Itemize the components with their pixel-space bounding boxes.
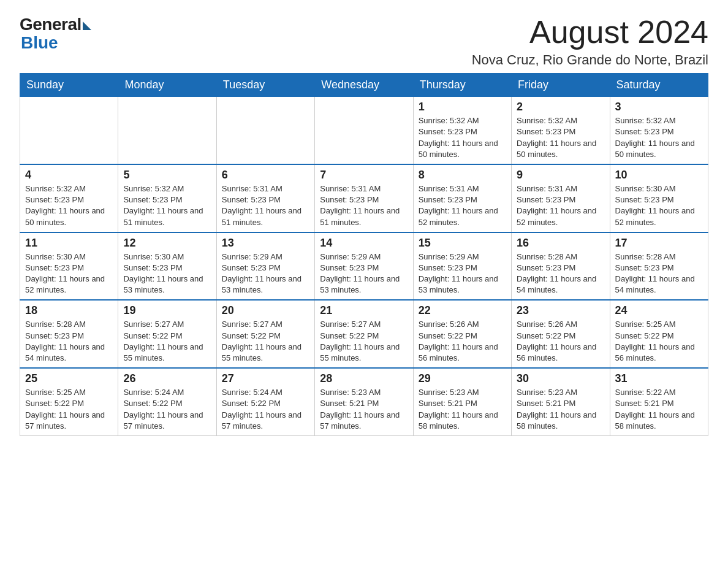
col-thursday: Thursday	[413, 74, 511, 97]
daylight-text: Daylight: 11 hours and 50 minutes.	[517, 139, 596, 159]
sunrise-text: Sunrise: 5:32 AM	[25, 184, 86, 193]
daylight-text: Daylight: 11 hours and 51 minutes.	[123, 206, 203, 226]
daylight-text: Daylight: 11 hours and 56 minutes.	[615, 342, 695, 362]
day-number: 1	[419, 101, 506, 113]
col-wednesday: Wednesday	[315, 74, 413, 97]
table-row: 5Sunrise: 5:32 AMSunset: 5:23 PMDaylight…	[118, 164, 216, 232]
day-number: 23	[517, 304, 604, 317]
table-row: 3Sunrise: 5:32 AMSunset: 5:23 PMDaylight…	[610, 97, 708, 164]
day-number: 7	[320, 169, 408, 182]
sunset-text: Sunset: 5:23 PM	[615, 195, 674, 204]
day-number: 29	[419, 372, 506, 385]
day-info: Sunrise: 5:26 AMSunset: 5:22 PMDaylight:…	[419, 319, 506, 364]
sunset-text: Sunset: 5:23 PM	[222, 195, 281, 204]
sunset-text: Sunset: 5:23 PM	[25, 195, 84, 204]
table-row: 19Sunrise: 5:27 AMSunset: 5:22 PMDayligh…	[118, 300, 216, 368]
daylight-text: Daylight: 11 hours and 51 minutes.	[222, 206, 301, 226]
sunrise-text: Sunrise: 5:31 AM	[517, 184, 577, 193]
daylight-text: Daylight: 11 hours and 57 minutes.	[222, 410, 301, 431]
table-row	[216, 97, 314, 164]
daylight-text: Daylight: 11 hours and 54 minutes.	[517, 274, 596, 294]
day-number: 10	[615, 169, 703, 182]
day-number: 25	[25, 372, 113, 385]
sunrise-text: Sunrise: 5:32 AM	[615, 116, 676, 125]
daylight-text: Daylight: 11 hours and 57 minutes.	[320, 410, 400, 431]
day-number: 19	[123, 304, 211, 317]
table-row: 13Sunrise: 5:29 AMSunset: 5:23 PMDayligh…	[216, 232, 314, 301]
day-info: Sunrise: 5:30 AMSunset: 5:23 PMDaylight:…	[25, 251, 113, 296]
day-info: Sunrise: 5:31 AMSunset: 5:23 PMDaylight:…	[419, 183, 506, 228]
sunrise-text: Sunrise: 5:26 AM	[419, 320, 479, 329]
location-subtitle: Nova Cruz, Rio Grande do Norte, Brazil	[472, 52, 708, 68]
sunrise-text: Sunrise: 5:30 AM	[615, 184, 676, 193]
sunrise-text: Sunrise: 5:30 AM	[25, 252, 86, 261]
daylight-text: Daylight: 11 hours and 54 minutes.	[615, 274, 695, 294]
day-number: 4	[25, 169, 113, 182]
sunset-text: Sunset: 5:22 PM	[222, 399, 281, 408]
daylight-text: Daylight: 11 hours and 56 minutes.	[517, 342, 596, 362]
table-row: 7Sunrise: 5:31 AMSunset: 5:23 PMDaylight…	[315, 164, 413, 232]
sunset-text: Sunset: 5:23 PM	[123, 195, 182, 204]
day-info: Sunrise: 5:23 AMSunset: 5:21 PMDaylight:…	[320, 387, 408, 432]
day-info: Sunrise: 5:24 AMSunset: 5:22 PMDaylight:…	[123, 387, 211, 432]
table-row: 8Sunrise: 5:31 AMSunset: 5:23 PMDaylight…	[413, 164, 511, 232]
calendar-table: Sunday Monday Tuesday Wednesday Thursday…	[20, 73, 708, 436]
day-info: Sunrise: 5:28 AMSunset: 5:23 PMDaylight:…	[517, 251, 604, 296]
table-row: 21Sunrise: 5:27 AMSunset: 5:22 PMDayligh…	[315, 300, 413, 368]
day-number: 14	[320, 237, 408, 250]
day-number: 28	[320, 372, 408, 385]
daylight-text: Daylight: 11 hours and 52 minutes.	[419, 206, 498, 226]
sunrise-text: Sunrise: 5:24 AM	[222, 388, 282, 397]
day-info: Sunrise: 5:27 AMSunset: 5:22 PMDaylight:…	[320, 319, 408, 364]
col-sunday: Sunday	[20, 74, 118, 97]
day-number: 20	[222, 304, 309, 317]
calendar-week-row: 11Sunrise: 5:30 AMSunset: 5:23 PMDayligh…	[20, 232, 708, 301]
table-row: 16Sunrise: 5:28 AMSunset: 5:23 PMDayligh…	[512, 232, 610, 301]
day-number: 9	[517, 169, 604, 182]
day-number: 3	[615, 101, 703, 113]
day-info: Sunrise: 5:31 AMSunset: 5:23 PMDaylight:…	[517, 183, 604, 228]
day-info: Sunrise: 5:32 AMSunset: 5:23 PMDaylight:…	[517, 115, 604, 160]
calendar-header-row: Sunday Monday Tuesday Wednesday Thursday…	[20, 74, 708, 97]
sunrise-text: Sunrise: 5:29 AM	[320, 252, 381, 261]
calendar-week-row: 4Sunrise: 5:32 AMSunset: 5:23 PMDaylight…	[20, 164, 708, 232]
sunset-text: Sunset: 5:23 PM	[419, 195, 477, 204]
sunrise-text: Sunrise: 5:23 AM	[419, 388, 479, 397]
day-info: Sunrise: 5:23 AMSunset: 5:21 PMDaylight:…	[517, 387, 604, 432]
sunrise-text: Sunrise: 5:27 AM	[320, 320, 381, 329]
month-title: August 2024	[472, 15, 708, 50]
table-row: 4Sunrise: 5:32 AMSunset: 5:23 PMDaylight…	[20, 164, 118, 232]
sunrise-text: Sunrise: 5:29 AM	[419, 252, 479, 261]
day-info: Sunrise: 5:25 AMSunset: 5:22 PMDaylight:…	[25, 387, 113, 432]
table-row: 10Sunrise: 5:30 AMSunset: 5:23 PMDayligh…	[610, 164, 708, 232]
day-info: Sunrise: 5:32 AMSunset: 5:23 PMDaylight:…	[25, 183, 113, 228]
title-block: August 2024 Nova Cruz, Rio Grande do Nor…	[472, 15, 708, 68]
day-info: Sunrise: 5:31 AMSunset: 5:23 PMDaylight:…	[320, 183, 408, 228]
daylight-text: Daylight: 11 hours and 53 minutes.	[320, 274, 400, 294]
table-row: 29Sunrise: 5:23 AMSunset: 5:21 PMDayligh…	[413, 368, 511, 435]
sunrise-text: Sunrise: 5:31 AM	[320, 184, 381, 193]
sunset-text: Sunset: 5:21 PM	[320, 399, 379, 408]
sunrise-text: Sunrise: 5:29 AM	[222, 252, 282, 261]
table-row: 18Sunrise: 5:28 AMSunset: 5:23 PMDayligh…	[20, 300, 118, 368]
day-number: 17	[615, 237, 703, 250]
day-info: Sunrise: 5:32 AMSunset: 5:23 PMDaylight:…	[419, 115, 506, 160]
table-row: 31Sunrise: 5:22 AMSunset: 5:21 PMDayligh…	[610, 368, 708, 435]
sunset-text: Sunset: 5:22 PM	[517, 331, 575, 340]
day-info: Sunrise: 5:26 AMSunset: 5:22 PMDaylight:…	[517, 319, 604, 364]
sunset-text: Sunset: 5:23 PM	[25, 263, 84, 272]
sunset-text: Sunset: 5:22 PM	[320, 331, 379, 340]
sunset-text: Sunset: 5:23 PM	[517, 127, 575, 136]
day-number: 30	[517, 372, 604, 385]
sunrise-text: Sunrise: 5:25 AM	[25, 388, 86, 397]
sunset-text: Sunset: 5:23 PM	[419, 127, 477, 136]
day-number: 6	[222, 169, 309, 182]
day-info: Sunrise: 5:28 AMSunset: 5:23 PMDaylight:…	[25, 319, 113, 364]
day-info: Sunrise: 5:22 AMSunset: 5:21 PMDaylight:…	[615, 387, 703, 432]
day-number: 8	[419, 169, 506, 182]
daylight-text: Daylight: 11 hours and 55 minutes.	[222, 342, 301, 362]
daylight-text: Daylight: 11 hours and 50 minutes.	[25, 206, 105, 226]
day-info: Sunrise: 5:32 AMSunset: 5:23 PMDaylight:…	[615, 115, 703, 160]
table-row: 14Sunrise: 5:29 AMSunset: 5:23 PMDayligh…	[315, 232, 413, 301]
day-number: 5	[123, 169, 211, 182]
